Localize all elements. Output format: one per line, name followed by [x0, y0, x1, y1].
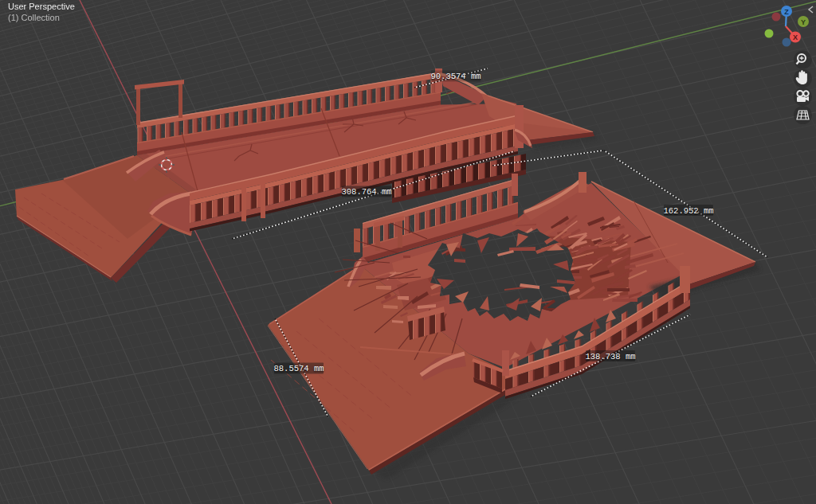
svg-text:138.738 mm: 138.738 mm [585, 352, 635, 361]
svg-text:Z: Z [784, 8, 789, 16]
svg-text:Y: Y [801, 18, 806, 26]
svg-text:88.5574 mm: 88.5574 mm [273, 364, 324, 373]
svg-text:90.3574 mm: 90.3574 mm [430, 72, 481, 81]
svg-text:X: X [793, 33, 798, 41]
svg-text:308.764 mm: 308.764 mm [341, 187, 391, 197]
svg-text:User Perspective: User Perspective [8, 2, 75, 11]
svg-text:162.952 mm: 162.952 mm [663, 206, 713, 216]
svg-text:(1) Collection: (1) Collection [8, 13, 60, 22]
